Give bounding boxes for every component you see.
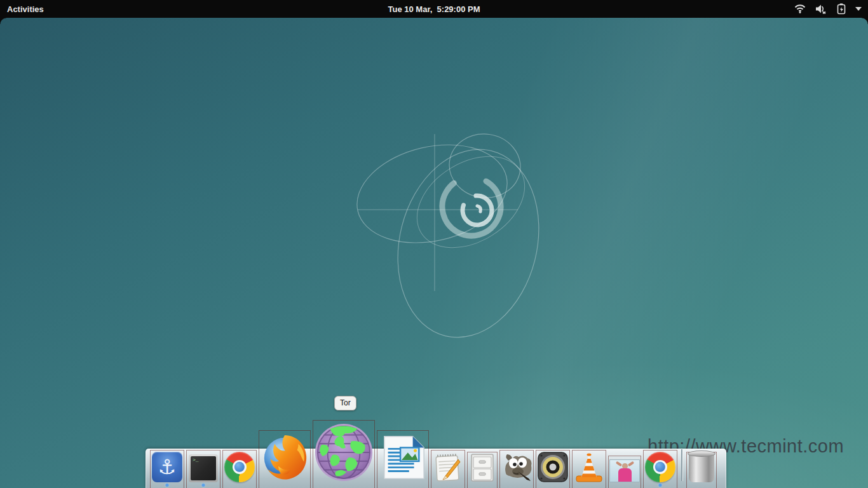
dock-item-terminal[interactable]: >_ [186,452,220,482]
gnome-desktop: Activities Tue 10 Mar, 5:29:00 PM [0,0,868,488]
screen-corner-left [0,18,6,24]
gimp-icon [501,452,532,482]
dock-item-photo-viewer[interactable] [608,457,641,482]
top-bar: Activities Tue 10 Mar, 5:29:00 PM [0,0,868,18]
clock-menu[interactable]: Tue 10 Mar, 5:29:00 PM [388,0,480,18]
speaker-icon [538,452,568,482]
system-tray[interactable] [794,0,862,18]
file-cabinet-icon [469,453,496,482]
photo-thumbnail-icon [609,459,640,482]
trash-icon [689,453,714,482]
dock-item-file-manager[interactable] [467,453,498,482]
dock-item-trash[interactable] [686,453,717,482]
dock-item-gimp[interactable] [499,452,534,482]
dock-item-audio-player[interactable] [536,452,570,482]
chrome-icon [645,452,675,482]
running-indicator [202,484,205,487]
running-indicator [166,484,169,487]
anchor-icon: ⚓ [152,452,182,482]
network-wireless-icon[interactable] [794,4,806,14]
volume-muted-icon[interactable] [815,4,827,14]
battery-charging-icon[interactable] [837,3,846,15]
chevron-down-icon[interactable] [855,7,862,11]
notepad-icon [433,452,463,482]
firefox-icon [260,433,309,482]
dock-tooltip: Tor [334,396,356,410]
dock-item-tor-browser[interactable] [313,423,375,482]
docky-panel: ⚓ >_ [146,449,726,488]
dock-item-google-chrome-2[interactable] [643,452,677,482]
dock-item-text-editor[interactable] [431,452,465,482]
vlc-cone-icon [574,452,604,482]
tor-globe-icon [314,423,374,482]
dock-item-firefox[interactable] [259,433,311,482]
desktop-wallpaper[interactable]: http://www.tecmint.com [0,18,868,488]
activities-button[interactable]: Activities [7,0,44,18]
dock-item-docky-anchor[interactable]: ⚓ [150,452,184,482]
dock-item-google-chrome[interactable] [222,452,257,482]
libreoffice-icon [378,433,428,482]
chrome-icon [224,452,255,482]
debian-swirl-artwork [346,116,556,358]
dock-item-list: ⚓ >_ [146,449,726,488]
screen-corner-right [862,18,868,24]
terminal-icon: >_ [189,454,218,482]
running-indicator [659,484,662,487]
dock-separator [681,449,682,481]
dock-item-libreoffice[interactable] [377,433,429,482]
dock-item-vlc[interactable] [572,452,606,482]
